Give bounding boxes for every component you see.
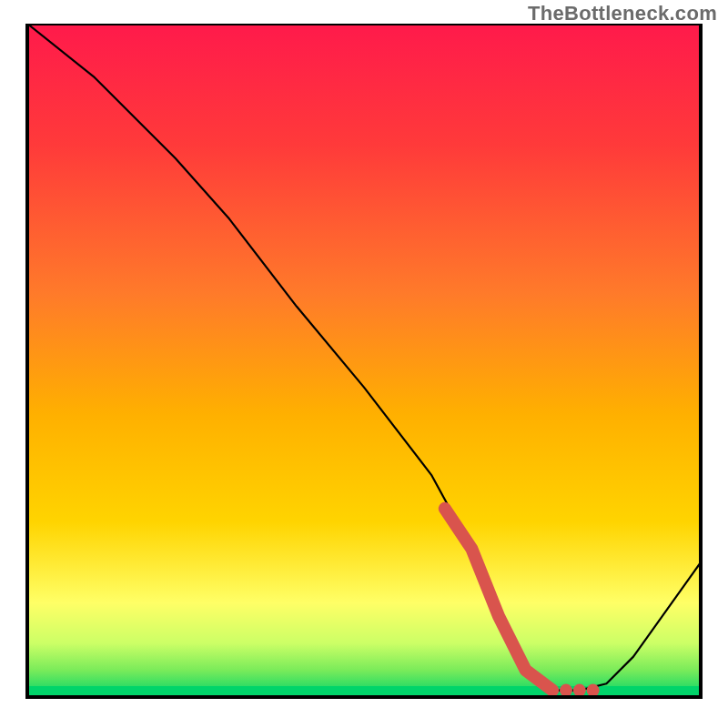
chart-frame: TheBottleneck.com bbox=[0, 0, 728, 728]
highlight-tail bbox=[560, 684, 600, 697]
highlight-dot bbox=[587, 684, 600, 697]
chart-svg bbox=[18, 24, 710, 715]
highlight-dot bbox=[560, 684, 572, 697]
watermark-text: TheBottleneck.com bbox=[528, 2, 717, 25]
highlight-dot bbox=[573, 684, 586, 697]
gradient-background bbox=[27, 24, 701, 697]
plot-area bbox=[18, 24, 710, 715]
plot-inner bbox=[27, 24, 701, 697]
